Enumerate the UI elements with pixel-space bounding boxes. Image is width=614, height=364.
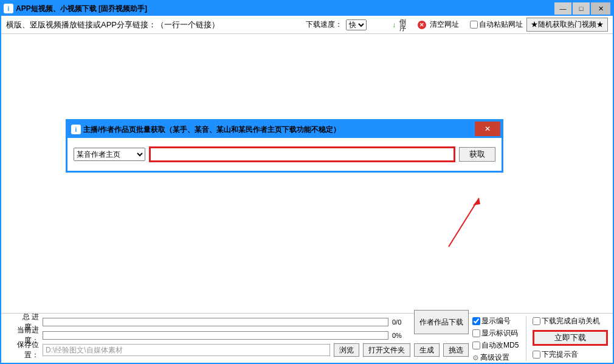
- dialog-close-button[interactable]: ✕: [475, 122, 500, 136]
- divider: [526, 316, 526, 361]
- maximize-button[interactable]: □: [573, 2, 590, 15]
- author-download-button[interactable]: 作者作品下载: [414, 310, 469, 334]
- download-now-button[interactable]: 立即下载: [533, 330, 608, 346]
- toolbar: 横版、竖版视频播放链接或APP分享链接：（一行一个链接） 下载速度： 快 ↓ 倒…: [1, 16, 613, 34]
- current-progress-value: 0%: [392, 332, 410, 339]
- speed-label: 下载速度：: [306, 19, 342, 30]
- app-window: i APP短视频、小视频下载 [固乔视频助手] — □ ✕ 横版、竖版视频播放链…: [0, 0, 614, 364]
- progress-panel: 总 进 度： 0/0 作者作品下载 当前进度： 0% 保存位置： D:\经验图文…: [6, 316, 469, 360]
- toolbar-main-label: 横版、竖版视频播放链接或APP分享链接：（一行一个链接）: [6, 19, 219, 30]
- auto-md5-checkbox[interactable]: 自动改MD5: [472, 340, 520, 351]
- advanced-settings-link[interactable]: ⚙高级设置: [472, 352, 520, 363]
- dialog-titlebar: i 主播/作者作品页批量获取（某手、某音、某山和某民作者主页下载功能不稳定） ✕: [67, 121, 502, 138]
- minimize-button[interactable]: —: [554, 2, 571, 15]
- dialog-title: 主播/作者作品页批量获取（某手、某音、某山和某民作者主页下载功能不稳定）: [83, 125, 475, 135]
- close-button[interactable]: ✕: [591, 2, 610, 15]
- clear-urls-link[interactable]: 清空网址: [430, 19, 459, 30]
- window-title: APP短视频、小视频下载 [固乔视频助手]: [16, 4, 553, 14]
- main-area: i 主播/作者作品页批量获取（某手、某音、某山和某民作者主页下载功能不稳定） ✕…: [1, 34, 613, 314]
- fetch-button[interactable]: 获取: [459, 147, 495, 162]
- total-progress-value: 0/0: [392, 318, 410, 326]
- open-folder-button[interactable]: 打开文件夹: [363, 343, 410, 357]
- svg-marker-1: [473, 198, 480, 205]
- speed-select[interactable]: 快: [346, 19, 367, 30]
- show-number-checkbox[interactable]: 显示编号: [472, 316, 520, 326]
- pick-button[interactable]: 挑选: [443, 343, 469, 357]
- x-circle-icon: ✕: [418, 21, 426, 29]
- dialog-icon: i: [71, 125, 81, 134]
- annotation-arrow-icon: [436, 192, 491, 253]
- browse-button[interactable]: 浏览: [334, 343, 359, 357]
- actions-panel: 下载完成自动关机 立即下载 下完提示音: [533, 316, 608, 360]
- source-select[interactable]: 某音作者主页: [74, 148, 145, 161]
- bottom-panel: 总 进 度： 0/0 作者作品下载 当前进度： 0% 保存位置： D:\经验图文…: [1, 314, 613, 363]
- generate-button[interactable]: 生成: [414, 343, 440, 357]
- options-panel: 显示编号 显示标识码 自动改MD5 ⚙高级设置: [472, 316, 520, 360]
- titlebar: i APP短视频、小视频下载 [固乔视频助手] — □ ✕: [1, 1, 613, 16]
- svg-line-0: [449, 198, 479, 247]
- current-progress-bar: [43, 331, 388, 340]
- show-marker-checkbox[interactable]: 显示标识码: [472, 328, 520, 338]
- shutdown-after-checkbox[interactable]: 下载完成自动关机: [533, 316, 608, 326]
- app-icon: i: [4, 4, 13, 13]
- arrow-down-icon: ↓: [392, 21, 396, 29]
- random-videos-button[interactable]: ★随机获取热门视频★: [526, 18, 608, 32]
- sound-after-checkbox[interactable]: 下完提示音: [533, 349, 608, 360]
- gear-icon: ⚙: [472, 354, 479, 362]
- auto-paste-checkbox[interactable]: 自动粘贴网址: [470, 19, 523, 30]
- dialog-body: 某音作者主页 获取: [67, 138, 502, 171]
- batch-fetch-dialog: i 主播/作者作品页批量获取（某手、某音、某山和某民作者主页下载功能不稳定） ✕…: [66, 119, 503, 173]
- url-input[interactable]: [149, 146, 455, 162]
- total-progress-bar: [43, 318, 388, 326]
- auto-paste-input[interactable]: [470, 21, 478, 29]
- save-path-field[interactable]: D:\经验图文\自媒体素材: [43, 344, 330, 356]
- save-path-label: 保存位置：: [6, 340, 39, 360]
- sequence-label[interactable]: 倒序: [399, 19, 407, 31]
